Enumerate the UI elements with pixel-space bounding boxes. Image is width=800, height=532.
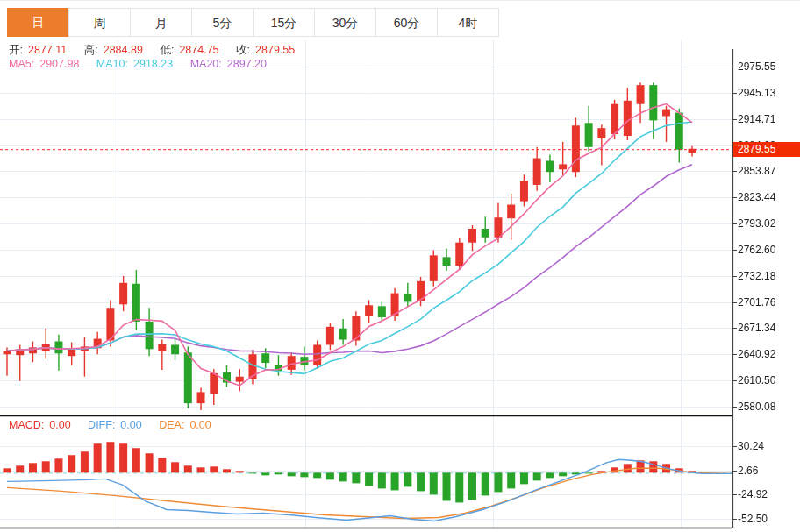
macd-tick: 2.66 [738,465,758,477]
diff-label: DIFF: [88,419,115,431]
macd-tick: -52.50 [738,513,768,525]
price-tick: 2671.34 [738,322,775,334]
ma10-value: 2918.23 [133,58,173,70]
tab-月[interactable]: 月 [130,8,192,37]
price-tick: 2732.18 [738,270,775,282]
timeframe-tabs: 日周月5分15分30分60分4时 [7,8,499,37]
candlestick-chart-canvas[interactable] [0,1,800,532]
tab-15分[interactable]: 15分 [253,8,315,37]
price-tick: 2580.08 [738,401,775,413]
price-tick: 2640.92 [738,348,775,360]
ma5-label: MA5: [9,58,34,70]
tab-5分[interactable]: 5分 [191,8,254,37]
price-tick: 2610.50 [738,374,775,387]
price-tick: 2975.55 [738,60,775,73]
kline-chart-app: 日周月5分15分30分60分4时 开:2877.11 高:2884.89 低:2… [0,0,800,532]
dea-label: DEA: [159,419,184,431]
macd-value: 0.00 [49,419,70,431]
ma10-label: MA10: [96,58,128,70]
price-tick: 2914.71 [738,113,775,125]
open-label: 开: [9,44,23,56]
tab-30分[interactable]: 30分 [314,8,376,37]
tab-日[interactable]: 日 [7,8,69,37]
ma5-value: 2907.98 [39,58,79,70]
tab-60分[interactable]: 60分 [375,8,438,37]
tab-周[interactable]: 周 [68,8,131,37]
high-label: 高: [84,44,98,56]
dea-value: 0.00 [189,419,211,431]
ma-info-row: MA5:2907.98 MA10:2918.23 MA20:2897.20 [9,58,272,70]
diff-value: 0.00 [120,419,141,431]
close-label: 收: [236,44,250,56]
ma20-label: MA20: [190,58,222,70]
open-value: 2877.11 [28,44,67,56]
macd-info-row: MACD:0.00 DIFF:0.00 DEA:0.00 [9,419,217,431]
price-tick: 2823.44 [738,191,775,203]
price-tick: 2793.02 [738,217,775,230]
price-tick: 2701.76 [738,296,775,309]
macd-tick: 30.24 [738,440,764,452]
last-price-badge: 2879.55 [733,142,800,157]
price-tick: 2945.13 [738,87,775,99]
low-label: 低: [160,44,174,56]
high-value: 2884.89 [104,44,143,56]
macd-tick: -24.92 [738,488,768,500]
tab-4时[interactable]: 4时 [437,8,499,37]
price-tick: 2853.87 [738,165,775,177]
close-value: 2879.55 [255,44,295,56]
macd-label: MACD: [9,419,44,431]
ma20-value: 2897.20 [227,58,267,70]
ohlc-info-row: 开:2877.11 高:2884.89 低:2874.75 收:2879.55 [9,43,300,58]
low-value: 2874.75 [179,44,218,56]
price-tick: 2762.60 [738,244,775,256]
